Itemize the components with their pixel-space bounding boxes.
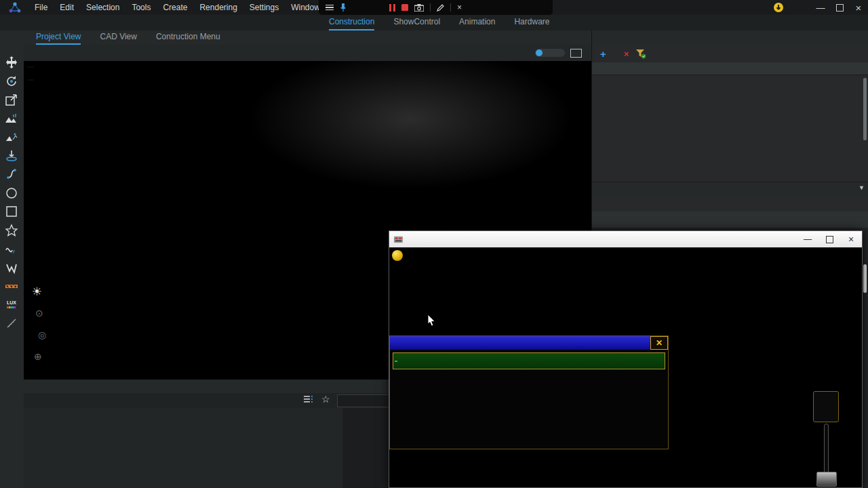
svg-text:f: f (13, 249, 15, 255)
list-view-icon[interactable] (304, 395, 313, 403)
divider (450, 3, 451, 12)
pan-value-dialog: ✕ (389, 336, 669, 449)
viewport-tab-2[interactable]: Contruction Menu (156, 32, 220, 45)
menu-create[interactable]: Create (157, 3, 193, 12)
screen: FileEditSelectionToolsCreateRenderingSet… (0, 0, 868, 488)
sun-light-gizmo-icon[interactable]: ☀ (32, 285, 42, 299)
divider (430, 3, 431, 12)
transform-tool-icon[interactable] (4, 92, 19, 107)
grand-master-fader-handle[interactable] (816, 472, 837, 487)
minimize-button[interactable]: — (811, 0, 830, 15)
light-gizmo-icon[interactable]: ⊕ (34, 351, 42, 362)
mouse-cursor (427, 314, 437, 329)
window-controls: — × (811, 0, 868, 15)
viewport-layer-overlay (27, 79, 34, 81)
recorder-menu-icon[interactable] (326, 3, 334, 12)
tab-hardware[interactable]: Hardware (514, 17, 549, 30)
light-gizmo-icon[interactable]: ⊙ (35, 308, 43, 319)
grandma2-app-icon (393, 235, 403, 245)
delete-icon[interactable]: × (624, 49, 629, 59)
lux-tool-icon[interactable]: LUX (4, 298, 19, 312)
update-banner[interactable] (774, 0, 787, 15)
dialog-title (390, 336, 650, 350)
drop-to-ground-icon[interactable] (4, 148, 19, 163)
viewport-tabs: Project ViewCAD ViewContruction Menu (24, 30, 591, 45)
update-icon (774, 3, 783, 12)
grand-master-fader-track (824, 424, 829, 475)
tab-animation[interactable]: Animation (459, 17, 495, 30)
mode-tabs: ConstructionShowControlAnimationHardware (0, 15, 868, 30)
favorites-star-icon[interactable]: ☆ (321, 395, 330, 403)
manager-menubar (592, 197, 868, 211)
menu-edit[interactable]: Edit (54, 3, 80, 12)
menu-rendering[interactable]: Rendering (193, 3, 243, 12)
rotate-tool-icon[interactable] (4, 74, 19, 89)
pause-icon[interactable] (389, 4, 395, 12)
fixtures-scrollbar[interactable] (863, 264, 867, 293)
hierarchy-toolbar: + × (592, 45, 868, 62)
tab-showcontrol[interactable]: ShowControl (393, 17, 440, 30)
truss-tool-icon[interactable] (4, 279, 19, 293)
dialog-value-input[interactable] (393, 352, 665, 369)
pin-icon[interactable] (340, 3, 347, 12)
terrain-raise-icon[interactable] (4, 111, 19, 126)
stop-icon[interactable] (401, 4, 408, 11)
recorder-close-icon[interactable]: × (457, 3, 462, 12)
chevron-down-icon[interactable]: ▼ (859, 184, 865, 191)
live-toggle-dot (536, 49, 542, 56)
ma-ball-indicator (392, 250, 403, 261)
left-toolbar: fLUX (0, 30, 24, 488)
live-toggle[interactable] (535, 49, 565, 57)
hierarchy-list (592, 75, 868, 181)
filter-icon[interactable] (635, 48, 646, 59)
menu-selection[interactable]: Selection (80, 3, 125, 12)
viewport-tab-1[interactable]: CAD View (100, 32, 136, 45)
hierarchy-tabs (592, 30, 868, 45)
viewport-title-overlay (27, 66, 34, 68)
menubar: FileEditSelectionToolsCreateRenderingSet… (28, 3, 359, 12)
add-icon: + (600, 48, 606, 60)
dialog-close-button[interactable]: ✕ (650, 336, 668, 350)
viewport-tab-0[interactable]: Project View (36, 32, 81, 45)
viewport-menubar (24, 45, 591, 61)
grandma2-maximize-button[interactable] (818, 231, 840, 247)
star-tool-icon[interactable] (4, 223, 19, 238)
wave-tool-icon[interactable] (4, 260, 19, 275)
grandma2-window: — × ✕ (389, 230, 863, 488)
camera-icon[interactable] (414, 4, 424, 12)
tab-construction[interactable]: Construction (329, 17, 374, 30)
light-gizmo-icon[interactable]: ◎ (38, 329, 46, 340)
grand-master-label (813, 391, 839, 422)
manager-tabs (592, 182, 868, 197)
monitor-icon[interactable] (570, 49, 582, 58)
curve-tool-icon[interactable]: f (4, 241, 19, 256)
grandma2-close-button[interactable]: × (840, 231, 862, 247)
asset-folder-tree (24, 408, 342, 488)
terrain-paint-icon[interactable] (4, 129, 19, 144)
name-column-header (592, 62, 868, 75)
dialog-value-text (395, 361, 397, 362)
screen-recorder-bar: × (319, 0, 553, 15)
menu-settings[interactable]: Settings (243, 3, 285, 12)
pencil-icon[interactable] (437, 4, 444, 12)
spline-tool-icon[interactable] (4, 167, 19, 182)
library-toolbar-icons: ☆ (304, 395, 330, 403)
svg-text:LUX: LUX (7, 300, 16, 305)
grandma2-titlebar[interactable]: — × (389, 231, 862, 247)
fixtures-in-project-header (592, 211, 868, 228)
live-block (530, 45, 582, 61)
rect-tool-icon[interactable] (4, 204, 19, 219)
circle-tool-icon[interactable] (4, 186, 19, 201)
menu-tools[interactable]: Tools (125, 3, 157, 12)
measure-tool-icon[interactable] (4, 316, 19, 331)
close-button[interactable]: × (849, 0, 868, 15)
menu-file[interactable]: File (28, 3, 54, 12)
restore-button[interactable] (830, 0, 849, 15)
move-tool-icon[interactable] (4, 55, 19, 70)
app-logo-icon (6, 1, 24, 14)
grandma2-window-controls: — × (797, 231, 862, 247)
hierarchy-scrollbar[interactable] (863, 78, 867, 140)
grandma2-minimize-button[interactable]: — (797, 231, 818, 247)
